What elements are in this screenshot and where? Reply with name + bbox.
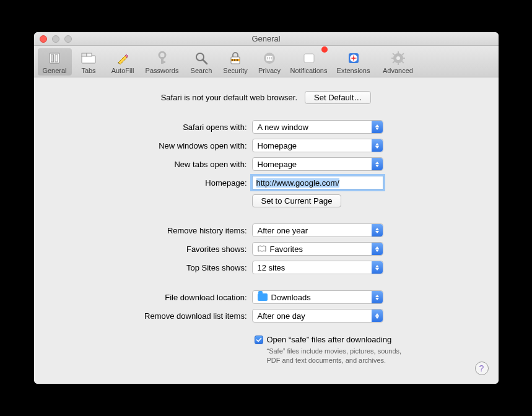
- label-remove-history: Remove history items:: [53, 226, 252, 235]
- tab-search[interactable]: Search: [185, 48, 219, 76]
- svg-rect-5: [87, 53, 92, 56]
- select-new-tabs[interactable]: Homepage: [252, 157, 383, 171]
- svg-rect-27: [398, 63, 399, 65]
- label-new-windows: New windows open with:: [53, 141, 252, 150]
- tab-tabs[interactable]: Tabs: [72, 48, 106, 76]
- folder-icon: [258, 293, 268, 301]
- tabs-icon: [72, 50, 106, 67]
- search-icon: [185, 50, 219, 67]
- safe-files-checkbox-row[interactable]: Open “safe” files after downloading: [255, 335, 409, 344]
- tab-label: Extensions: [331, 67, 376, 74]
- tab-notifications[interactable]: Notifications: [287, 48, 331, 76]
- traffic-lights: [34, 35, 72, 43]
- tab-general[interactable]: General: [38, 48, 72, 76]
- titlebar: General: [34, 32, 499, 46]
- extensions-icon: [331, 50, 376, 67]
- tab-label: Advanced: [376, 67, 421, 74]
- svg-rect-4: [82, 53, 87, 56]
- minimize-button[interactable]: [52, 35, 59, 43]
- set-default-button[interactable]: Set Default…: [305, 91, 371, 104]
- window-title: General: [34, 34, 499, 43]
- checkbox-checked-icon: [255, 336, 263, 344]
- notification-badge-icon: [321, 46, 328, 53]
- label-download-location: File download location:: [53, 293, 252, 302]
- tab-label: Passwords: [140, 67, 185, 74]
- tab-label: General: [38, 67, 72, 74]
- safe-files-description: “Safe” files include movies, pictures, s…: [267, 347, 409, 365]
- tab-advanced[interactable]: Advanced: [376, 48, 421, 76]
- select-arrows-icon: [372, 121, 383, 133]
- tab-extensions[interactable]: Extensions: [331, 48, 376, 76]
- zoom-button[interactable]: [64, 35, 72, 43]
- select-value: A new window: [258, 123, 308, 132]
- select-value: After one year: [258, 226, 308, 235]
- tab-label: Notifications: [287, 67, 331, 74]
- privacy-icon: [253, 50, 287, 67]
- svg-rect-21: [304, 54, 314, 63]
- svg-rect-1: [51, 54, 54, 62]
- select-opens-with[interactable]: A new window: [252, 120, 383, 134]
- svg-point-25: [396, 56, 400, 60]
- label-opens-with: Safari opens with:: [53, 123, 252, 132]
- select-value: Homepage: [258, 160, 297, 169]
- content-area: Safari is not your default web browser. …: [34, 77, 499, 384]
- select-value: After one day: [258, 311, 305, 321]
- default-browser-message: Safari is not your default web browser.: [161, 93, 297, 102]
- select-value: 12 sites: [258, 263, 286, 272]
- select-download-location[interactable]: Downloads: [252, 290, 383, 304]
- select-arrows-icon: [372, 310, 383, 322]
- tab-label: Search: [185, 67, 219, 74]
- select-arrows-icon: [372, 243, 383, 255]
- svg-rect-8: [161, 61, 165, 63]
- advanced-icon: [376, 50, 421, 67]
- select-arrows-icon: [372, 158, 383, 170]
- preferences-window: General General Tabs AutoFill Passwords: [34, 32, 499, 384]
- tab-label: Tabs: [72, 67, 106, 74]
- help-icon: ?: [479, 363, 484, 373]
- label-topsites: Top Sites shows:: [53, 263, 252, 272]
- tab-passwords[interactable]: Passwords: [140, 48, 185, 76]
- security-icon: [219, 50, 253, 67]
- label-homepage: Homepage:: [53, 178, 252, 188]
- svg-line-10: [203, 60, 207, 64]
- select-topsites[interactable]: 12 sites: [252, 261, 383, 274]
- svg-rect-29: [403, 58, 405, 59]
- set-current-page-button[interactable]: Set to Current Page: [252, 194, 342, 207]
- tab-privacy[interactable]: Privacy: [253, 48, 287, 76]
- label-favorites: Favorites shows:: [53, 245, 252, 254]
- tab-security[interactable]: Security: [219, 48, 253, 76]
- homepage-input[interactable]: [252, 176, 383, 189]
- tab-label: AutoFill: [106, 67, 140, 74]
- help-button[interactable]: ?: [475, 362, 489, 375]
- select-favorites[interactable]: Favorites: [252, 242, 383, 256]
- book-icon: [258, 245, 266, 253]
- general-icon: [38, 50, 72, 67]
- select-remove-history[interactable]: After one year: [252, 223, 383, 237]
- select-arrows-icon: [372, 224, 383, 236]
- select-arrows-icon: [372, 291, 383, 303]
- select-new-windows[interactable]: Homepage: [252, 139, 383, 152]
- default-browser-row: Safari is not your default web browser. …: [53, 91, 480, 104]
- select-value: Downloads: [271, 293, 311, 302]
- label-new-tabs: New tabs open with:: [53, 160, 252, 169]
- svg-rect-26: [398, 51, 399, 54]
- select-remove-downloads[interactable]: After one day: [252, 309, 383, 323]
- select-arrows-icon: [372, 261, 383, 274]
- passwords-icon: [140, 50, 185, 67]
- svg-rect-3: [82, 56, 95, 63]
- safe-files-label: Open “safe” files after downloading: [267, 335, 392, 344]
- select-value: Homepage: [258, 141, 297, 150]
- svg-rect-2: [55, 54, 58, 62]
- select-value: Favorites: [270, 245, 303, 254]
- autofill-icon: [106, 50, 140, 67]
- select-arrows-icon: [372, 139, 383, 152]
- tab-autofill[interactable]: AutoFill: [106, 48, 140, 76]
- label-remove-downloads: Remove download list items:: [53, 311, 252, 321]
- tab-label: Security: [219, 67, 253, 74]
- toolbar: General Tabs AutoFill Passwords Search: [34, 46, 499, 77]
- tab-label: Privacy: [253, 67, 287, 74]
- svg-rect-28: [391, 58, 394, 59]
- close-button[interactable]: [40, 35, 47, 43]
